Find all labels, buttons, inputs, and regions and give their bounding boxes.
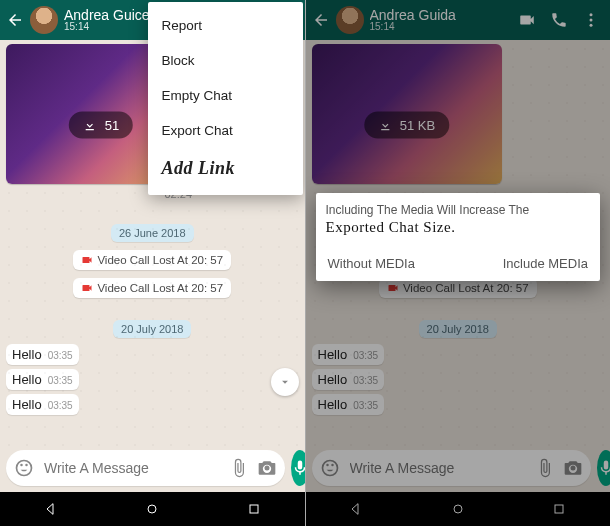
back-icon[interactable] <box>6 11 24 29</box>
video-miss-icon <box>81 282 93 294</box>
nav-recents-icon[interactable] <box>246 501 262 517</box>
nav-home-icon[interactable] <box>144 501 160 517</box>
date-separator: 26 June 2018 <box>111 224 194 242</box>
download-size: 51 <box>105 118 119 133</box>
compose-box[interactable] <box>6 450 285 486</box>
download-pill[interactable]: 51 <box>69 112 133 139</box>
contact-avatar[interactable] <box>30 6 58 34</box>
svg-rect-1 <box>250 505 258 513</box>
video-call-chip[interactable]: Video Call Lost At 20: 57 <box>73 250 231 270</box>
chevron-down-icon <box>278 375 292 389</box>
incoming-message[interactable]: Hello03:35 <box>6 344 79 365</box>
screen-export-dialog: Andrea Guida 15:14 51 KB 26 June 2018 <box>306 0 611 526</box>
attach-icon[interactable] <box>229 458 249 478</box>
incoming-message[interactable]: Hello03:35 <box>6 369 79 390</box>
export-media-dialog: Including The Media Will Increase The Ex… <box>316 193 601 281</box>
menu-report[interactable]: Report <box>148 8 303 43</box>
mic-icon <box>291 459 306 477</box>
nav-back-icon[interactable] <box>43 501 59 517</box>
menu-add-link[interactable]: Add Link <box>148 148 303 189</box>
download-icon <box>83 118 97 132</box>
dialog-text-line1: Including The Media Will Increase The <box>326 203 591 217</box>
without-media-button[interactable]: Without MEDIa <box>326 250 417 277</box>
video-call-chip[interactable]: Video Call Lost At 20: 57 <box>73 278 231 298</box>
mic-button[interactable] <box>291 450 306 486</box>
camera-icon[interactable] <box>257 458 277 478</box>
dialog-text-line2: Exported Chat Size. <box>326 219 591 236</box>
android-nav-bar <box>0 492 305 526</box>
svg-point-0 <box>148 505 156 513</box>
video-miss-icon <box>81 254 93 266</box>
include-media-button[interactable]: Include MEDIa <box>501 250 590 277</box>
date-separator: 20 July 2018 <box>113 320 191 338</box>
menu-export[interactable]: Export Chat <box>148 113 303 148</box>
screen-menu-open: Andrea Guice 15:14 51 02:24 26 June 2018… <box>0 0 306 526</box>
overflow-menu: Report Block Empty Chat Export Chat Add … <box>148 2 303 195</box>
emoji-icon[interactable] <box>14 458 34 478</box>
menu-block[interactable]: Block <box>148 43 303 78</box>
composer-bar <box>0 446 305 492</box>
message-input[interactable] <box>42 459 221 477</box>
menu-empty[interactable]: Empty Chat <box>148 78 303 113</box>
scroll-to-bottom[interactable] <box>271 368 299 396</box>
incoming-message[interactable]: Hello03:35 <box>6 394 79 415</box>
